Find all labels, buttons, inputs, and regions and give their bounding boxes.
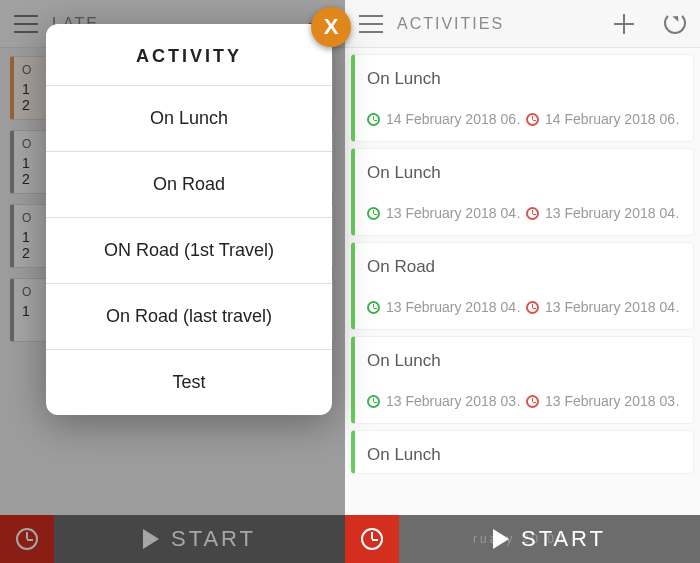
card-title: On Lunch (367, 69, 679, 89)
start-button[interactable]: ruary 20 04 START (399, 515, 700, 563)
start-date: 13 February 2018 03… (386, 393, 520, 409)
end-date: 13 February 2018 04… (545, 299, 679, 315)
menu-icon[interactable] (359, 15, 383, 33)
clock-icon (361, 528, 383, 550)
clock-end-icon (526, 113, 539, 126)
end-date: 13 February 2018 03… (545, 393, 679, 409)
card-title: On Road (367, 257, 679, 277)
footer-ghost-text: ruary 20 04 (473, 532, 567, 546)
modal-item-on-lunch[interactable]: On Lunch (46, 85, 332, 151)
app-container: LATE O12 O12 O12 O1 lule Wednesday, 20 M… (0, 0, 700, 563)
clock-end-icon (526, 395, 539, 408)
activity-card[interactable]: On Lunch (351, 430, 694, 474)
card-title: On Lunch (367, 445, 679, 465)
modal-item-on-road-last[interactable]: On Road (last travel) (46, 283, 332, 349)
clock-start-icon (367, 207, 380, 220)
end-date: 14 February 2018 06… (545, 111, 679, 127)
start-label: START (171, 526, 256, 552)
modal-title: ACTIVITY (46, 24, 332, 85)
activity-modal: ACTIVITY On Lunch On Road ON Road (1st T… (46, 24, 332, 415)
close-icon: X (324, 14, 339, 40)
activity-card[interactable]: On Lunch 13 February 2018 04… 13 Februar… (351, 148, 694, 236)
menu-icon[interactable] (14, 15, 38, 33)
start-button[interactable]: START (54, 515, 345, 563)
play-icon (143, 529, 159, 549)
card-dates: 13 February 2018 03… 13 February 2018 03… (367, 393, 679, 409)
right-header-title: ACTIVITIES (397, 15, 504, 33)
activity-card[interactable]: On Lunch 14 February 2018 06… 14 Februar… (351, 54, 694, 142)
left-footer: START (0, 515, 345, 563)
close-modal-button[interactable]: X (311, 7, 351, 47)
modal-item-on-road[interactable]: On Road (46, 151, 332, 217)
left-phone: LATE O12 O12 O12 O1 lule Wednesday, 20 M… (0, 0, 345, 563)
start-date: 14 February 2018 06… (386, 111, 520, 127)
refresh-icon[interactable] (664, 12, 686, 34)
right-footer: ruary 20 04 START (345, 515, 700, 563)
modal-item-test[interactable]: Test (46, 349, 332, 415)
right-phone: ACTIVITIES On Lunch 14 February 2018 06…… (345, 0, 700, 563)
right-header-actions (612, 12, 686, 36)
start-date: 13 February 2018 04… (386, 299, 520, 315)
card-title: On Lunch (367, 163, 679, 183)
activity-card[interactable]: On Road 13 February 2018 04… 13 February… (351, 242, 694, 330)
clock-end-icon (526, 301, 539, 314)
right-header: ACTIVITIES (345, 0, 700, 48)
card-dates: 13 February 2018 04… 13 February 2018 04… (367, 299, 679, 315)
clock-start-icon (367, 395, 380, 408)
activities-list: On Lunch 14 February 2018 06… 14 Februar… (345, 48, 700, 515)
clock-end-icon (526, 207, 539, 220)
card-title: On Lunch (367, 351, 679, 371)
clock-button[interactable] (345, 515, 399, 563)
clock-start-icon (367, 113, 380, 126)
card-dates: 13 February 2018 04… 13 February 2018 04… (367, 205, 679, 221)
clock-icon (16, 528, 38, 550)
clock-button[interactable] (0, 515, 54, 563)
end-date: 13 February 2018 04… (545, 205, 679, 221)
plus-icon[interactable] (612, 12, 636, 36)
activity-card[interactable]: On Lunch 13 February 2018 03… 13 Februar… (351, 336, 694, 424)
clock-start-icon (367, 301, 380, 314)
modal-item-on-road-1st[interactable]: ON Road (1st Travel) (46, 217, 332, 283)
start-date: 13 February 2018 04… (386, 205, 520, 221)
card-dates: 14 February 2018 06… 14 February 2018 06… (367, 111, 679, 127)
